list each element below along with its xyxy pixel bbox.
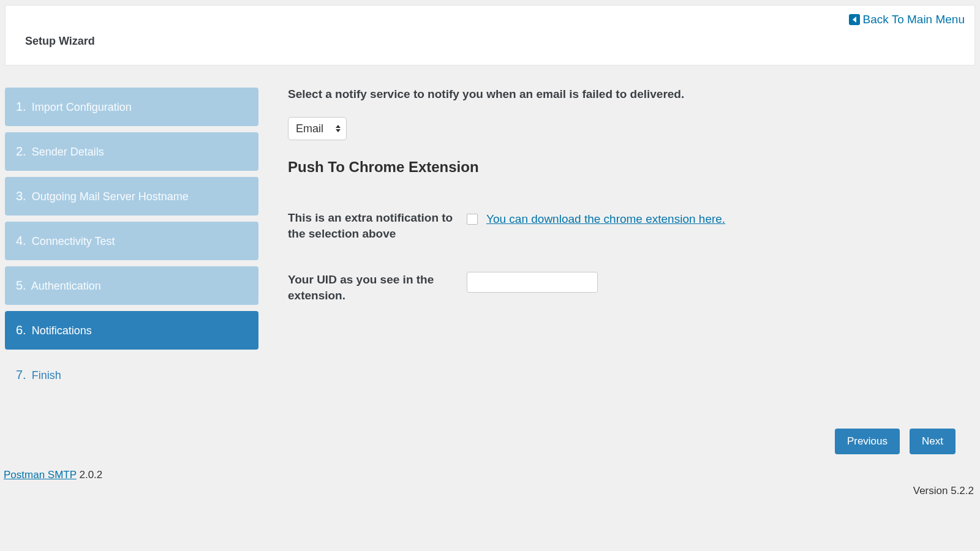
notify-service-select[interactable]: Email xyxy=(288,117,347,140)
wizard-step-outgoing-mail-server[interactable]: 3. Outgoing Mail Server Hostname xyxy=(5,177,258,216)
extra-notification-field: You can download the chrome extension he… xyxy=(467,210,725,226)
previous-button[interactable]: Previous xyxy=(835,429,900,454)
step-num: 5. xyxy=(16,279,26,292)
step-num: 3. xyxy=(16,189,26,203)
back-link-label: Back To Main Menu xyxy=(862,13,965,26)
page-title: Setup Wizard xyxy=(25,35,960,48)
arrow-left-icon xyxy=(849,14,860,25)
extra-notification-row: This is an extra notification to the sel… xyxy=(288,210,951,241)
wizard-step-connectivity-test[interactable]: 4. Connectivity Test xyxy=(5,222,258,260)
section-heading: Push To Chrome Extension xyxy=(288,159,951,176)
step-num: 7. xyxy=(16,368,26,381)
step-label: Authentication xyxy=(31,280,101,292)
uid-input[interactable] xyxy=(467,272,598,293)
wizard-step-sender-details[interactable]: 2. Sender Details xyxy=(5,132,258,171)
product-version: 2.0.2 xyxy=(79,469,102,481)
step-num: 4. xyxy=(16,234,26,247)
panel-description: Select a notify service to notify you wh… xyxy=(288,88,951,101)
main-panel: Select a notify service to notify you wh… xyxy=(288,75,975,400)
wizard-step-finish[interactable]: 7. Finish xyxy=(5,356,258,394)
step-label: Outgoing Mail Server Hostname xyxy=(32,190,189,203)
back-to-main-link[interactable]: Back To Main Menu xyxy=(849,13,965,26)
extra-notification-label: This is an extra notification to the sel… xyxy=(288,210,454,241)
step-num: 1. xyxy=(16,100,26,113)
download-extension-link[interactable]: You can download the chrome extension he… xyxy=(486,212,725,226)
uid-field-wrap xyxy=(467,272,598,293)
uid-label: Your UID as you see in the extension. xyxy=(288,272,454,303)
chrome-extension-checkbox[interactable] xyxy=(467,214,478,225)
step-label: Connectivity Test xyxy=(32,235,115,247)
header-card: Back To Main Menu Setup Wizard xyxy=(5,5,975,66)
uid-row: Your UID as you see in the extension. xyxy=(288,272,951,303)
next-button[interactable]: Next xyxy=(910,429,956,454)
footer-platform-version: Version 5.2.2 xyxy=(913,485,974,497)
step-label: Notifications xyxy=(32,324,92,337)
step-num: 6. xyxy=(16,323,26,337)
wizard-sidebar: 1. Import Configuration 2. Sender Detail… xyxy=(5,75,258,400)
step-num: 2. xyxy=(16,144,26,158)
wizard-step-import-configuration[interactable]: 1. Import Configuration xyxy=(5,88,258,126)
product-link[interactable]: Postman SMTP xyxy=(4,469,77,481)
notify-service-select-wrap: Email xyxy=(288,117,347,140)
step-label: Import Configuration xyxy=(32,101,132,113)
step-label: Sender Details xyxy=(32,146,104,158)
footer-product: Postman SMTP 2.0.2 xyxy=(4,469,102,481)
content-wrap: 1. Import Configuration 2. Sender Detail… xyxy=(0,70,980,400)
wizard-step-authentication[interactable]: 5. Authentication xyxy=(5,266,258,305)
wizard-step-notifications[interactable]: 6. Notifications xyxy=(5,311,258,350)
step-label: Finish xyxy=(32,369,61,381)
wizard-nav-buttons: Previous Next xyxy=(835,429,956,454)
